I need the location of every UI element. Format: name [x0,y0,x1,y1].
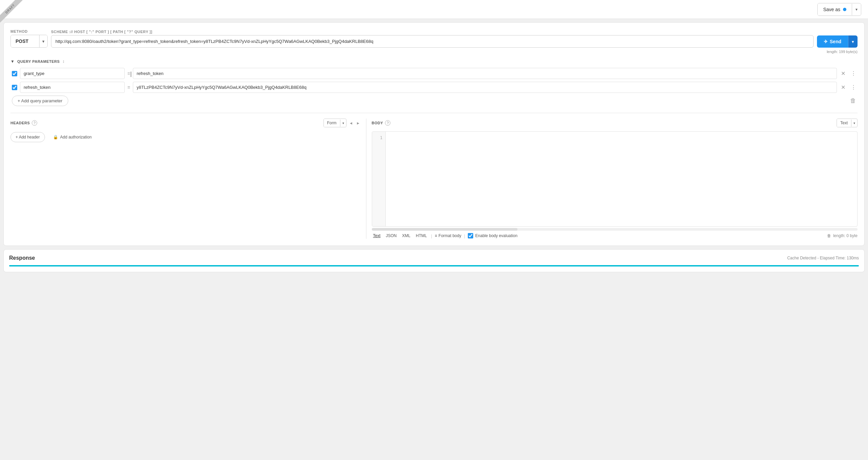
headers-panel-header: HEADERS ? Form ▾ ◂ ▸ [10,119,361,127]
form-chevron-button[interactable]: ▾ [340,120,346,127]
response-cache-info: Cache Detected - Elapsed Time: 130ms [787,256,859,260]
trash-icon[interactable]: 🗑 [827,233,831,238]
body-panel-header: BODY ? Text ▾ [372,119,858,127]
enable-eval-checkbox[interactable] [468,233,473,238]
save-as-dot [843,8,846,11]
format-tab-json[interactable]: JSON [385,233,398,239]
body-footer: Text JSON XML HTML | ≡ Format body | Ena… [372,233,858,239]
bottom-panels: HEADERS ? Form ▾ ◂ ▸ + Add header [10,113,858,239]
query-params-section: ▼ QUERY PARAMETERS ↕ = ✕ ⋮ = ✕ ⋮ [10,59,858,106]
send-button-group: ✈ Send ▾ [817,35,858,48]
param-row-1-value[interactable] [133,68,837,79]
param-row-1-more-button[interactable]: ⋮ [849,69,858,78]
param-row-2-equals: = [127,85,130,90]
param-row-2-checkbox[interactable] [12,85,17,90]
headers-panel: HEADERS ? Form ▾ ◂ ▸ + Add header [10,119,366,239]
method-label: METHOD [10,29,48,33]
param-row-2: = ✕ ⋮ [10,82,858,93]
body-length-text: length: 0 byte [833,233,858,238]
method-column: METHOD POST ▾ [10,29,48,48]
param-row-2-key[interactable] [20,82,125,93]
response-header: Response Cache Detected - Elapsed Time: … [9,255,859,261]
url-row: METHOD POST ▾ SCHEME :// HOST [ ":" PORT… [10,29,858,48]
body-title: BODY [372,121,383,125]
method-dropdown-button[interactable]: ▾ [39,35,47,47]
enable-eval-label[interactable]: Enable body evaluation [468,233,517,238]
method-select: POST ▾ [10,35,48,48]
save-as-dropdown-button[interactable]: ▾ [852,4,861,15]
param-row-2-clear-button[interactable]: ✕ [840,83,847,92]
add-param-row: + Add query parameter 🗑 [10,96,858,106]
body-panel: BODY ? Text ▾ 1 [366,119,858,239]
query-params-collapse-arrow[interactable]: ▼ [10,59,15,64]
add-auth-button[interactable]: 🔒 Add authorization [48,132,96,142]
method-value: POST [11,35,39,47]
url-input[interactable] [51,35,814,48]
send-icon: ✈ [824,39,828,44]
add-header-button[interactable]: + Add header [10,132,45,142]
line-number-1: 1 [372,134,385,141]
query-params-title: QUERY PARAMETERS [17,59,60,63]
body-length: 🗑 length: 0 byte [827,233,858,238]
param-row-1-clear-button[interactable]: ✕ [840,69,847,78]
text-chevron-button[interactable]: ▾ [851,120,857,127]
save-as-button[interactable]: Save as [818,3,852,16]
format-body-button[interactable]: ≡ Format body [435,233,461,238]
headers-title: HEADERS [10,121,30,125]
headers-title-group: HEADERS ? [10,120,37,126]
teal-bar [9,265,859,266]
query-params-header: ▼ QUERY PARAMETERS ↕ [10,59,858,64]
save-as-group: Save as ▾ [817,3,861,16]
headers-controls: Form ▾ ◂ ▸ [323,119,361,127]
separator-2: | [464,233,465,238]
editor-content-area[interactable] [386,132,857,226]
body-help-icon[interactable]: ? [385,120,390,126]
form-label: Form [327,121,337,125]
add-header-label: + Add header [16,135,40,139]
format-tab-html[interactable]: HTML [414,233,428,239]
headers-actions: + Add header 🔒 Add authorization [10,132,361,142]
body-title-group: BODY ? [372,120,391,126]
enable-eval-text: Enable body evaluation [475,233,517,238]
text-dropdown-group: Text ▾ [837,119,858,127]
text-label: Text [840,121,848,125]
send-button[interactable]: ✈ Send [817,35,848,48]
body-scrollbar[interactable] [372,228,858,231]
separator-1: | [431,233,432,238]
add-param-button[interactable]: + Add query parameter [12,96,68,106]
line-numbers: 1 [372,132,386,226]
nav-next-button[interactable]: ▸ [356,120,361,126]
form-dropdown-button[interactable]: Form [324,119,340,127]
format-icon: ≡ [435,233,437,238]
body-editor: 1 [372,131,858,227]
draft-label: DRAFT [0,0,24,23]
save-as-label: Save as [823,7,840,12]
format-tab-text[interactable]: Text [372,233,382,239]
main-card: METHOD POST ▾ SCHEME :// HOST [ ":" PORT… [3,22,865,246]
add-auth-label: Add authorization [60,135,92,139]
param-row-2-more-button[interactable]: ⋮ [849,83,858,92]
query-params-sort-icon[interactable]: ↕ [63,59,65,64]
form-dropdown-group: Form ▾ [323,119,346,127]
format-tab-xml[interactable]: XML [401,233,412,239]
lock-icon: 🔒 [53,135,58,139]
url-length: length: 199 byte(s) [10,50,858,54]
param-row-1-equals: = [127,71,130,76]
send-label: Send [830,39,841,44]
nav-prev-button[interactable]: ◂ [348,120,354,126]
headers-help-icon[interactable]: ? [32,120,37,126]
format-body-label: Format body [438,233,461,238]
param-row-1-key[interactable] [20,68,125,79]
response-section: Response Cache Detected - Elapsed Time: … [3,249,865,272]
add-param-label: + Add query parameter [18,98,63,103]
text-dropdown-button[interactable]: Text [837,119,851,127]
response-title: Response [9,255,35,261]
param-row-2-value[interactable] [133,82,837,93]
url-column: SCHEME :// HOST [ ":" PORT ] [ PATH [ "?… [51,30,814,48]
send-dropdown-button[interactable]: ▾ [848,35,858,48]
delete-all-params-button[interactable]: 🗑 [849,96,858,106]
scheme-label: SCHEME :// HOST [ ":" PORT ] [ PATH [ "?… [51,30,814,34]
param-row-1-checkbox[interactable] [12,71,17,76]
draft-corner: DRAFT [0,0,24,24]
param-row-1: = ✕ ⋮ [10,68,858,79]
